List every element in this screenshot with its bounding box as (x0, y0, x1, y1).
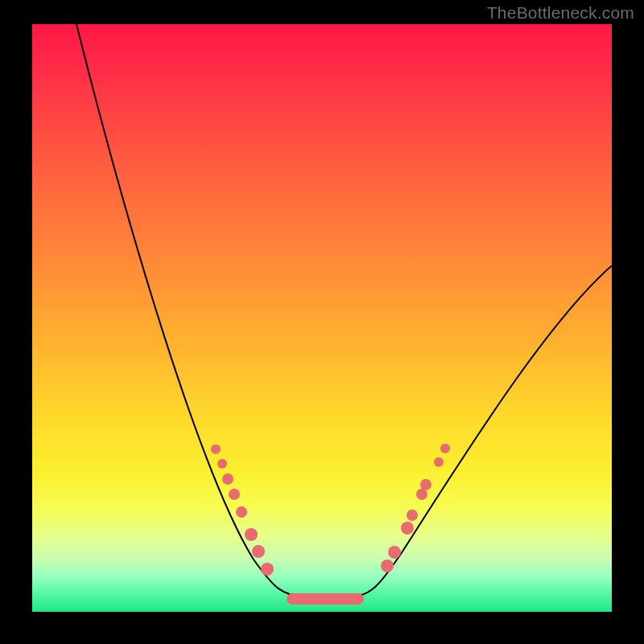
watermark-text: TheBottleneck.com (487, 3, 634, 23)
markers-left (211, 444, 274, 576)
marker-dot (434, 457, 444, 467)
marker-dot (229, 489, 240, 500)
marker-dot (217, 459, 227, 469)
marker-dot (416, 489, 427, 500)
marker-dot (420, 479, 431, 490)
plot-area (32, 24, 612, 612)
chart-frame: TheBottleneck.com (0, 0, 644, 644)
marker-dot (245, 528, 258, 541)
bottleneck-curve (76, 24, 612, 597)
marker-dot (407, 510, 418, 521)
marker-dot (222, 473, 233, 485)
chart-svg (32, 24, 612, 612)
marker-dot (440, 444, 450, 453)
marker-dot (388, 546, 401, 559)
markers-right (381, 444, 450, 572)
marker-dot (261, 563, 274, 576)
flat-segment (287, 593, 364, 605)
marker-dot (236, 506, 247, 518)
marker-dot (401, 522, 414, 535)
marker-dot (211, 444, 221, 454)
marker-dot (381, 559, 394, 572)
marker-dot (252, 545, 265, 558)
